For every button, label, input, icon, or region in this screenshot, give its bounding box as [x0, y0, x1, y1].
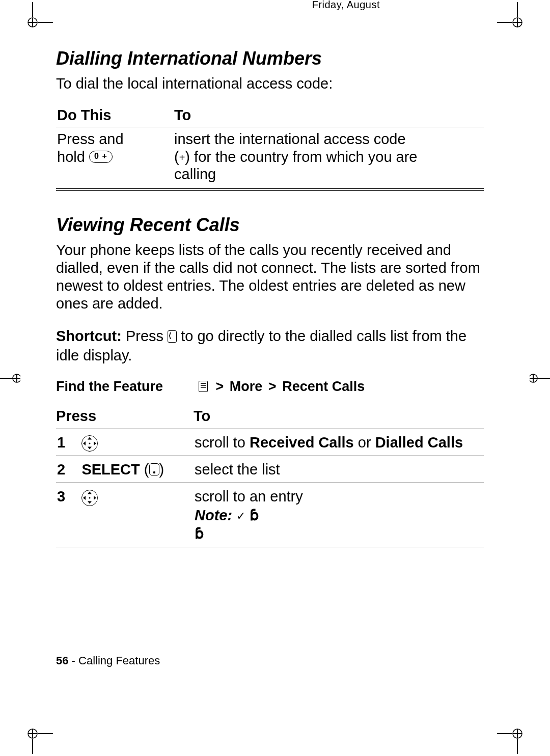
- check-icon: [236, 507, 245, 523]
- side-mark-left: [0, 368, 20, 388]
- step-row-2: 2 SELECT () select the list: [56, 456, 484, 483]
- menu-icon: [199, 381, 208, 392]
- zero-plus-key-icon: 0 +: [89, 151, 113, 163]
- glyph-b2: ɓ: [195, 525, 204, 542]
- para-recent: Your phone keeps lists of the calls you …: [56, 241, 484, 312]
- find-feature-row: Find the Feature > More > Recent Calls: [56, 379, 484, 395]
- heading-dialling-intl: Dialling International Numbers: [56, 47, 484, 70]
- table-recent-steps: Press To 1 scroll to Received Calls or D…: [56, 404, 484, 547]
- nav-key-icon: [81, 435, 98, 452]
- step-num-1: 1: [57, 434, 65, 451]
- glyph-b1: ɓ: [250, 507, 259, 523]
- chapter-name: Calling Features: [78, 654, 160, 667]
- step-num-3: 3: [57, 488, 65, 505]
- step-row-3: 3 scroll to an entry Note: ɓ ɓ: [56, 483, 484, 547]
- feature-path: > More > Recent Calls: [199, 379, 365, 395]
- crop-mark-tl: [2, 2, 53, 53]
- side-mark-right: [530, 368, 550, 388]
- crop-mark-bl: [2, 703, 53, 754]
- shortcut-line: Shortcut: Press to go directly to the di…: [56, 327, 484, 365]
- nav-key-icon-2: [81, 490, 98, 506]
- table-dialling: Do This To Press and hold 0 + insert the…: [56, 104, 484, 191]
- th-to: To: [173, 104, 484, 127]
- th-to2: To: [194, 404, 484, 429]
- step-num-2: 2: [57, 461, 65, 478]
- page-number: 56: [56, 654, 68, 667]
- note-label: Note:: [195, 507, 232, 523]
- step-3-to: scroll to an entry Note: ɓ ɓ: [194, 483, 484, 547]
- heading-recent-calls: Viewing Recent Calls: [56, 213, 484, 236]
- page-footer: 56 - Calling Features: [56, 654, 160, 667]
- intro-dialling: To dial the local international access c…: [56, 75, 484, 93]
- crop-mark-br: [497, 703, 548, 754]
- find-feature-label: Find the Feature: [56, 379, 199, 395]
- send-key-icon: [168, 330, 177, 343]
- crop-mark-tr: [497, 2, 548, 53]
- th-press: Press: [56, 404, 194, 429]
- td-do: Press and hold 0 +: [56, 127, 173, 188]
- td-to: insert the international access code (+)…: [173, 127, 484, 188]
- select-key-icon: [149, 463, 159, 475]
- step-1-to: scroll to Received Calls or Dialled Call…: [194, 429, 484, 456]
- step-2-to: select the list: [194, 456, 484, 483]
- header-trace: Friday, August: [170, 0, 380, 11]
- th-do-this: Do This: [56, 104, 173, 127]
- step-row-1: 1 scroll to Received Calls or Dialled Ca…: [56, 429, 484, 456]
- shortcut-label: Shortcut:: [56, 328, 122, 344]
